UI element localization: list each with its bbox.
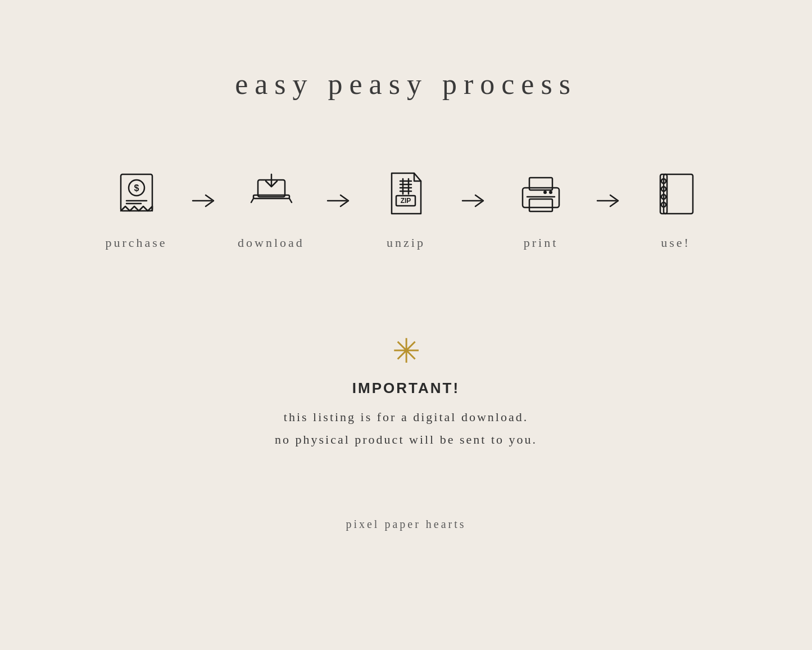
arrow-4 (586, 192, 631, 226)
asterisk-icon: ✳ (392, 335, 420, 368)
important-title: IMPORTANT! (352, 380, 460, 397)
brand-label: pixel paper hearts (346, 518, 466, 531)
svg-text:$: $ (134, 183, 139, 193)
arrow-2 (316, 192, 361, 226)
page-container: easy peasy process $ purchase (0, 0, 812, 650)
step-download-label: download (238, 236, 305, 250)
step-use: use! (631, 168, 721, 250)
download-icon (246, 168, 297, 219)
important-text: this listing is for a digital download. … (275, 406, 537, 450)
step-print: print (496, 168, 586, 250)
arrow-1 (182, 192, 226, 226)
arrow-3 (451, 192, 496, 226)
important-line2: no physical product will be sent to you. (275, 432, 537, 446)
svg-point-26 (543, 191, 547, 194)
notebook-icon (651, 168, 701, 219)
svg-line-9 (251, 198, 253, 202)
step-print-label: print (524, 236, 559, 250)
svg-point-25 (549, 191, 552, 194)
step-use-label: use! (661, 236, 691, 250)
svg-line-10 (289, 198, 292, 202)
print-icon (516, 168, 566, 219)
step-download: download (226, 168, 316, 250)
svg-text:ZIP: ZIP (401, 197, 411, 205)
important-line1: this listing is for a digital download. (284, 410, 528, 424)
purchase-icon: $ (111, 168, 162, 219)
important-section: ✳ IMPORTANT! this listing is for a digit… (275, 335, 537, 450)
step-purchase-label: purchase (105, 236, 167, 250)
step-purchase: $ purchase (92, 168, 182, 250)
zip-icon: ZIP (381, 168, 432, 219)
svg-rect-28 (664, 174, 693, 214)
step-unzip-label: unzip (387, 236, 425, 250)
process-row: $ purchase (92, 168, 721, 250)
step-unzip: ZIP unzip (361, 168, 451, 250)
svg-rect-23 (529, 199, 552, 211)
page-title: easy peasy process (235, 67, 577, 101)
